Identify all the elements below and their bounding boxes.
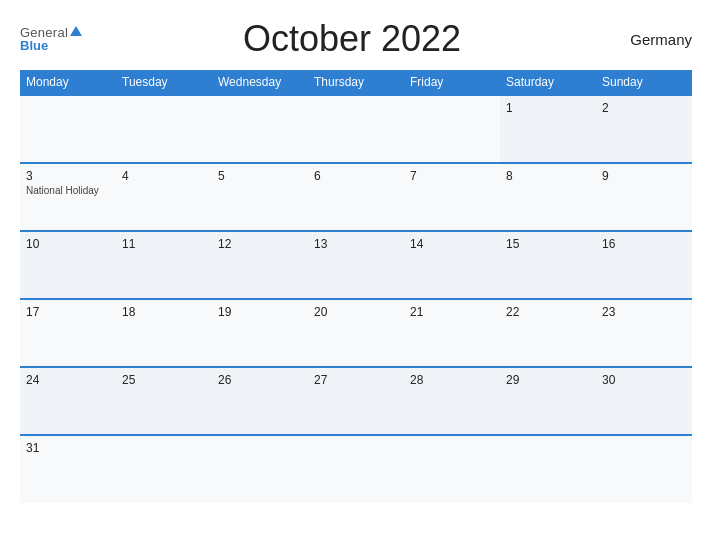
calendar-week-row: 31 bbox=[20, 435, 692, 503]
calendar-cell bbox=[404, 435, 500, 503]
day-number: 21 bbox=[410, 305, 494, 319]
day-number: 3 bbox=[26, 169, 110, 183]
day-number: 15 bbox=[506, 237, 590, 251]
day-number: 25 bbox=[122, 373, 206, 387]
calendar-cell: 26 bbox=[212, 367, 308, 435]
logo-blue-text: Blue bbox=[20, 39, 48, 52]
calendar-cell: 3National Holiday bbox=[20, 163, 116, 231]
page: General Blue October 2022 Germany Monday… bbox=[0, 0, 712, 550]
col-saturday: Saturday bbox=[500, 70, 596, 95]
day-number: 2 bbox=[602, 101, 686, 115]
calendar-cell: 18 bbox=[116, 299, 212, 367]
calendar-week-row: 17181920212223 bbox=[20, 299, 692, 367]
calendar-header-row: Monday Tuesday Wednesday Thursday Friday… bbox=[20, 70, 692, 95]
day-number: 12 bbox=[218, 237, 302, 251]
calendar-cell: 6 bbox=[308, 163, 404, 231]
calendar-cell bbox=[20, 95, 116, 163]
day-number: 28 bbox=[410, 373, 494, 387]
calendar-cell: 10 bbox=[20, 231, 116, 299]
calendar-cell bbox=[308, 95, 404, 163]
day-number: 8 bbox=[506, 169, 590, 183]
calendar-cell: 12 bbox=[212, 231, 308, 299]
day-number: 23 bbox=[602, 305, 686, 319]
day-number: 19 bbox=[218, 305, 302, 319]
day-number: 14 bbox=[410, 237, 494, 251]
calendar-cell: 24 bbox=[20, 367, 116, 435]
col-monday: Monday bbox=[20, 70, 116, 95]
calendar-cell bbox=[404, 95, 500, 163]
calendar-cell: 13 bbox=[308, 231, 404, 299]
calendar-cell: 31 bbox=[20, 435, 116, 503]
holiday-label: National Holiday bbox=[26, 185, 110, 196]
calendar-cell: 9 bbox=[596, 163, 692, 231]
day-number: 18 bbox=[122, 305, 206, 319]
day-number: 7 bbox=[410, 169, 494, 183]
calendar-cell bbox=[500, 435, 596, 503]
calendar-cell bbox=[116, 435, 212, 503]
day-number: 24 bbox=[26, 373, 110, 387]
calendar-cell: 23 bbox=[596, 299, 692, 367]
day-number: 6 bbox=[314, 169, 398, 183]
calendar-cell: 11 bbox=[116, 231, 212, 299]
calendar-cell bbox=[596, 435, 692, 503]
day-number: 4 bbox=[122, 169, 206, 183]
col-thursday: Thursday bbox=[308, 70, 404, 95]
day-number: 20 bbox=[314, 305, 398, 319]
day-number: 31 bbox=[26, 441, 110, 455]
header: General Blue October 2022 Germany bbox=[20, 18, 692, 60]
calendar-cell: 19 bbox=[212, 299, 308, 367]
calendar-cell: 22 bbox=[500, 299, 596, 367]
calendar-cell: 27 bbox=[308, 367, 404, 435]
calendar-cell: 25 bbox=[116, 367, 212, 435]
col-tuesday: Tuesday bbox=[116, 70, 212, 95]
logo: General Blue bbox=[20, 26, 82, 52]
calendar-table: Monday Tuesday Wednesday Thursday Friday… bbox=[20, 70, 692, 503]
calendar-cell: 28 bbox=[404, 367, 500, 435]
day-number: 1 bbox=[506, 101, 590, 115]
calendar-cell: 20 bbox=[308, 299, 404, 367]
calendar-cell: 1 bbox=[500, 95, 596, 163]
day-number: 27 bbox=[314, 373, 398, 387]
day-number: 9 bbox=[602, 169, 686, 183]
calendar-cell bbox=[212, 95, 308, 163]
calendar-week-row: 12 bbox=[20, 95, 692, 163]
day-number: 11 bbox=[122, 237, 206, 251]
calendar-cell: 21 bbox=[404, 299, 500, 367]
calendar-week-row: 3National Holiday456789 bbox=[20, 163, 692, 231]
day-number: 13 bbox=[314, 237, 398, 251]
day-number: 5 bbox=[218, 169, 302, 183]
day-number: 17 bbox=[26, 305, 110, 319]
calendar-week-row: 24252627282930 bbox=[20, 367, 692, 435]
calendar-cell: 2 bbox=[596, 95, 692, 163]
calendar-cell: 4 bbox=[116, 163, 212, 231]
col-friday: Friday bbox=[404, 70, 500, 95]
calendar-cell: 15 bbox=[500, 231, 596, 299]
calendar-cell: 7 bbox=[404, 163, 500, 231]
col-sunday: Sunday bbox=[596, 70, 692, 95]
calendar-cell bbox=[116, 95, 212, 163]
calendar-cell bbox=[308, 435, 404, 503]
day-number: 26 bbox=[218, 373, 302, 387]
calendar-cell: 8 bbox=[500, 163, 596, 231]
calendar-cell: 30 bbox=[596, 367, 692, 435]
logo-triangle-icon bbox=[70, 26, 82, 36]
calendar-cell: 14 bbox=[404, 231, 500, 299]
calendar-cell: 29 bbox=[500, 367, 596, 435]
calendar-cell: 17 bbox=[20, 299, 116, 367]
calendar-cell: 16 bbox=[596, 231, 692, 299]
day-number: 16 bbox=[602, 237, 686, 251]
day-number: 29 bbox=[506, 373, 590, 387]
calendar-week-row: 10111213141516 bbox=[20, 231, 692, 299]
calendar-title: October 2022 bbox=[82, 18, 622, 60]
calendar-cell bbox=[212, 435, 308, 503]
day-number: 30 bbox=[602, 373, 686, 387]
day-number: 22 bbox=[506, 305, 590, 319]
calendar-cell: 5 bbox=[212, 163, 308, 231]
col-wednesday: Wednesday bbox=[212, 70, 308, 95]
country-label: Germany bbox=[622, 31, 692, 48]
day-number: 10 bbox=[26, 237, 110, 251]
